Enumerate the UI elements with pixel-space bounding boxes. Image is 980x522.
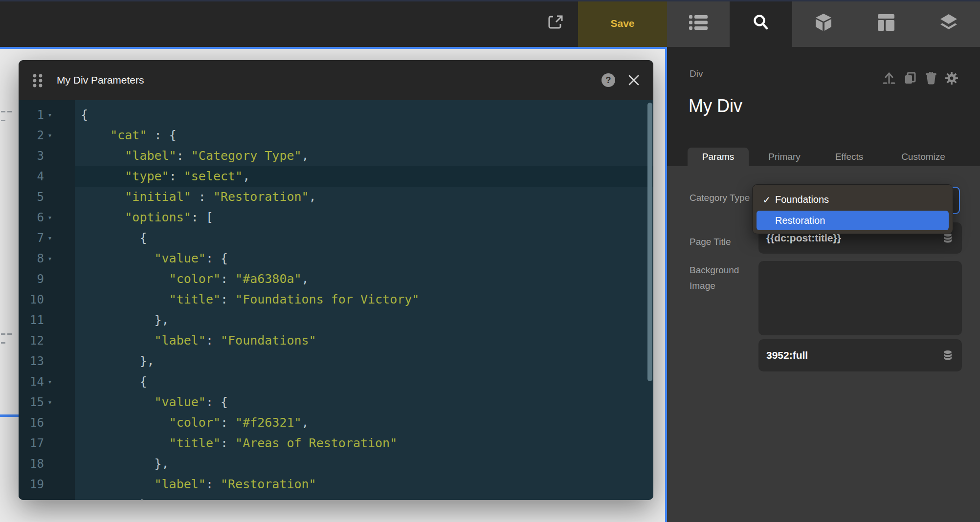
tab-primary[interactable]: Primary <box>762 148 806 166</box>
fold-spacer <box>44 330 56 351</box>
fold-arrow-icon[interactable]: ▾ <box>44 248 56 269</box>
code-line-15[interactable]: 15▾ "value": { <box>19 392 653 413</box>
list-icon <box>689 14 708 33</box>
trash-icon[interactable] <box>924 70 938 86</box>
fold-spacer <box>44 433 56 454</box>
strip-tab-layout[interactable] <box>855 0 917 47</box>
code-line-11[interactable]: 11 }, <box>19 310 653 330</box>
canvas-selection-border-top <box>0 47 667 49</box>
modal-header[interactable]: My Div Parameters ? <box>19 60 653 100</box>
tab-params[interactable]: Params <box>688 148 749 166</box>
fold-spacer <box>44 187 56 207</box>
code-line-2[interactable]: 2▾ "cat" : { <box>19 125 653 146</box>
line-number: 11 <box>19 310 44 330</box>
canvas-element-border <box>0 414 19 417</box>
code-line-20[interactable]: 20 } <box>19 495 653 500</box>
code-line-6[interactable]: 6▾ "options": [ <box>19 207 653 228</box>
inspector-panel: Div <box>667 47 980 522</box>
line-number: 5 <box>19 187 44 207</box>
dropdown-option-restoration[interactable]: Restoration <box>757 211 949 230</box>
code-text: } <box>81 495 147 500</box>
element-actions <box>882 70 972 87</box>
code-line-3[interactable]: 3 "label": "Category Type", <box>19 146 653 166</box>
pull-up-icon[interactable] <box>882 70 896 86</box>
drag-handle-icon[interactable] <box>31 73 45 88</box>
code-line-12[interactable]: 12 "label": "Foundations" <box>19 330 653 351</box>
parameters-modal: My Div Parameters ? 1▾{2▾ "cat" : {3 "la… <box>19 60 653 500</box>
code-line-5[interactable]: 5 "initial" : "Restoration", <box>19 187 653 207</box>
code-line-13[interactable]: 13 }, <box>19 351 653 371</box>
tab-customize[interactable]: Customize <box>894 148 952 166</box>
close-icon[interactable] <box>628 74 640 86</box>
code-line-19[interactable]: 19 "label": "Restoration" <box>19 474 653 495</box>
fold-arrow-icon[interactable]: ▾ <box>44 392 56 413</box>
fold-arrow-icon[interactable]: ▾ <box>44 125 56 146</box>
code-line-10[interactable]: 10 "title": "Foundations for Victory" <box>19 289 653 310</box>
code-text: "label": "Category Type", <box>81 146 309 166</box>
tab-effects[interactable]: Effects <box>828 148 870 166</box>
line-number: 10 <box>19 289 44 310</box>
json-code-editor[interactable]: 1▾{2▾ "cat" : {3 "label": "Category Type… <box>19 100 653 500</box>
code-text: "type": "select", <box>81 166 250 187</box>
duplicate-icon[interactable] <box>903 70 917 86</box>
save-button[interactable]: Save <box>578 0 667 47</box>
fold-arrow-icon[interactable]: ▾ <box>44 371 56 392</box>
code-line-17[interactable]: 17 "title": "Areas of Restoration" <box>19 433 653 454</box>
code-line-8[interactable]: 8▾ "value": { <box>19 248 653 269</box>
code-line-16[interactable]: 16 "color": "#f26321", <box>19 413 653 433</box>
line-number: 6 <box>19 207 44 228</box>
code-line-18[interactable]: 18 }, <box>19 454 653 474</box>
line-number: 17 <box>19 433 44 454</box>
code-line-4[interactable]: 4 "type": "select", <box>19 166 653 187</box>
code-text: "color": "#a6380a", <box>81 269 309 289</box>
fold-spacer <box>44 474 56 495</box>
line-number: 13 <box>19 351 44 371</box>
canvas-margin-dashes <box>1 111 20 112</box>
help-icon: ? <box>606 75 611 86</box>
panel-tab-strip <box>667 0 980 47</box>
inspector-tabs: ParamsPrimaryEffectsCustomize <box>667 148 980 166</box>
gear-icon[interactable] <box>944 70 959 86</box>
fold-spacer <box>44 289 56 310</box>
code-text: }, <box>81 454 169 474</box>
fold-arrow-icon[interactable]: ▾ <box>44 228 56 248</box>
background-image-field[interactable] <box>758 261 962 335</box>
checkmark-icon: ✓ <box>758 194 775 206</box>
fold-arrow-icon[interactable]: ▾ <box>44 105 56 125</box>
code-text: "label": "Foundations" <box>81 330 316 351</box>
attachment-value: 3952:full <box>766 339 808 371</box>
line-number: 3 <box>19 146 44 166</box>
code-text: { <box>81 371 147 392</box>
strip-tab-cube[interactable] <box>792 0 855 47</box>
dynamic-data-icon[interactable] <box>942 350 953 361</box>
line-number: 16 <box>19 413 44 433</box>
help-button[interactable]: ? <box>601 73 615 87</box>
code-line-9[interactable]: 9 "color": "#a6380a", <box>19 269 653 289</box>
code-text: "label": "Restoration" <box>81 474 316 495</box>
layout-icon <box>878 14 894 33</box>
code-text: { <box>81 228 147 248</box>
layers-icon <box>939 14 958 33</box>
dynamic-data-icon[interactable] <box>942 233 953 243</box>
inspector-header: Div <box>667 47 980 166</box>
editor-scrollbar[interactable] <box>647 103 652 381</box>
line-number: 9 <box>19 269 44 289</box>
code-line-7[interactable]: 7▾ { <box>19 228 653 248</box>
editor-lines: 1▾{2▾ "cat" : {3 "label": "Category Type… <box>19 105 653 500</box>
code-line-1[interactable]: 1▾{ <box>19 105 653 125</box>
code-text: "value": { <box>81 248 228 269</box>
strip-tab-list[interactable] <box>667 0 730 47</box>
search-icon <box>752 14 770 33</box>
fold-spacer <box>44 269 56 289</box>
attachment-field[interactable]: 3952:full <box>758 339 962 371</box>
fold-arrow-icon[interactable]: ▾ <box>44 207 56 228</box>
strip-tab-layers[interactable] <box>917 0 980 47</box>
strip-tab-search[interactable] <box>730 0 792 47</box>
open-external-button[interactable] <box>540 8 571 39</box>
line-number: 18 <box>19 454 44 474</box>
line-number: 2 <box>19 125 44 146</box>
line-number: 15 <box>19 392 44 413</box>
dropdown-option-foundations[interactable]: ✓Foundations <box>753 189 953 210</box>
code-line-14[interactable]: 14▾ { <box>19 371 653 392</box>
fold-spacer <box>44 351 56 371</box>
